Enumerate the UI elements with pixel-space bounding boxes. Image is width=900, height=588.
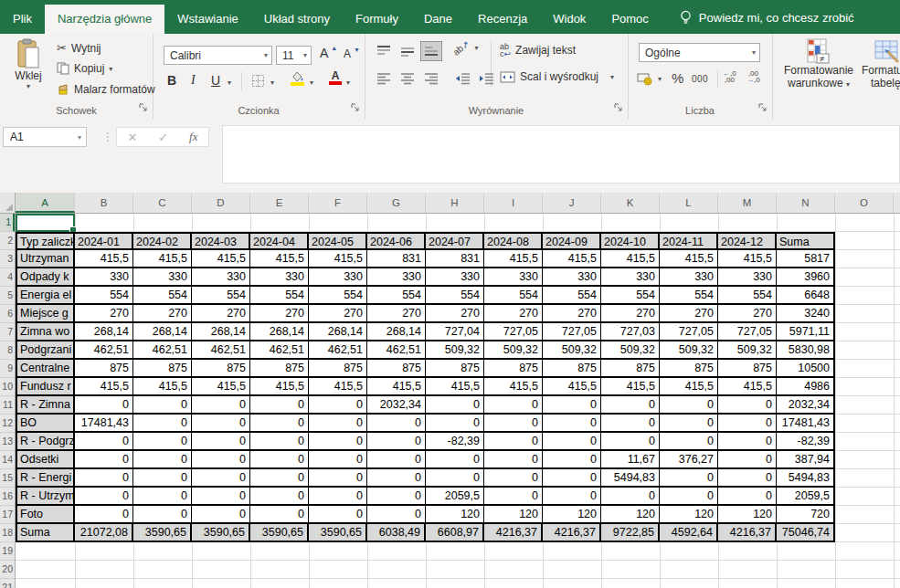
tab-wstawianie[interactable]: Wstawianie: [164, 5, 250, 34]
data-cell[interactable]: 0: [250, 451, 309, 469]
data-cell[interactable]: 0: [75, 433, 133, 451]
tab-dane[interactable]: Dane: [411, 5, 465, 34]
total-cell[interactable]: 4216,37: [484, 524, 543, 542]
header-cell[interactable]: 2024-11: [660, 232, 718, 250]
data-cell[interactable]: 0: [484, 415, 543, 433]
tab-plik[interactable]: Plik: [0, 5, 45, 34]
column-header-E[interactable]: E: [250, 193, 309, 213]
data-cell[interactable]: 415,5: [543, 378, 601, 396]
data-cell[interactable]: 0: [660, 433, 718, 451]
data-cell[interactable]: 0: [660, 415, 718, 433]
dialog-launcher-icon[interactable]: [758, 103, 768, 113]
data-cell[interactable]: 5817: [777, 250, 835, 268]
row-header-3[interactable]: 3: [0, 250, 15, 268]
insert-function-icon[interactable]: fx: [189, 130, 197, 144]
data-cell[interactable]: 0: [192, 451, 250, 469]
font-name-select[interactable]: Calibri ▾: [164, 46, 272, 65]
data-cell[interactable]: 0: [75, 451, 133, 469]
total-cell[interactable]: 21072,08: [75, 524, 133, 542]
row-header-12[interactable]: 12: [0, 415, 15, 433]
data-cell[interactable]: 462,51: [250, 341, 309, 360]
total-cell[interactable]: 6608,97: [426, 524, 484, 542]
formula-bar-resize-handle[interactable]: ⋮: [102, 131, 113, 143]
data-cell[interactable]: 0: [250, 415, 309, 433]
data-cell[interactable]: 415,5: [250, 250, 309, 268]
decrease-indent-button[interactable]: [452, 69, 472, 88]
data-cell[interactable]: 0: [426, 396, 484, 415]
data-cell[interactable]: 462,51: [133, 341, 192, 360]
column-header-N[interactable]: N: [777, 193, 835, 213]
data-cell[interactable]: 0: [601, 396, 660, 415]
data-cell[interactable]: 831: [367, 250, 426, 268]
align-top-button[interactable]: [374, 42, 394, 60]
data-cell[interactable]: 875: [250, 360, 309, 378]
data-cell[interactable]: 0: [250, 506, 309, 524]
header-cell[interactable]: 2024-10: [601, 232, 660, 250]
format-painter-button[interactable]: Malarz formatów: [57, 83, 155, 96]
increase-font-button[interactable]: A▲: [320, 46, 339, 60]
row-header-1[interactable]: 1: [0, 214, 15, 232]
row-header-9[interactable]: 9: [0, 360, 15, 378]
orientation-button[interactable]: ab↗ ▾: [452, 43, 479, 53]
data-cell[interactable]: 17481,43: [777, 415, 835, 433]
data-cell[interactable]: 554: [426, 287, 484, 305]
row-label-cell[interactable]: Utrzyman: [16, 250, 75, 268]
data-cell[interactable]: 0: [133, 469, 192, 488]
total-cell[interactable]: 4216,37: [543, 524, 601, 542]
data-cell[interactable]: 720: [777, 506, 835, 524]
data-cell[interactable]: 268,14: [250, 323, 309, 341]
percent-style-button[interactable]: %: [672, 70, 683, 86]
row-header-16[interactable]: 16: [0, 488, 15, 506]
data-cell[interactable]: 0: [543, 488, 601, 506]
data-cell[interactable]: 509,32: [660, 341, 718, 360]
column-header-A[interactable]: A: [16, 193, 75, 213]
data-cell[interactable]: 727,05: [718, 323, 777, 341]
italic-button[interactable]: I: [191, 73, 196, 88]
formula-input[interactable]: [222, 125, 900, 184]
header-cell[interactable]: 2024-04: [250, 232, 309, 250]
data-cell[interactable]: 0: [250, 469, 309, 488]
data-cell[interactable]: 0: [192, 396, 250, 415]
data-cell[interactable]: 415,5: [309, 250, 367, 268]
column-header-L[interactable]: L: [660, 193, 718, 213]
data-cell[interactable]: 0: [367, 433, 426, 451]
row-label-cell[interactable]: R - Energi: [16, 469, 75, 488]
data-cell[interactable]: 0: [309, 469, 367, 488]
row-label-cell[interactable]: R - Podgrz: [16, 433, 75, 451]
data-cell[interactable]: 415,5: [601, 378, 660, 396]
data-cell[interactable]: 509,32: [543, 341, 601, 360]
data-cell[interactable]: 554: [250, 287, 309, 305]
data-cell[interactable]: 0: [192, 488, 250, 506]
data-cell[interactable]: 0: [250, 488, 309, 506]
data-cell[interactable]: 462,51: [367, 341, 426, 360]
header-cell[interactable]: 2024-02: [133, 232, 192, 250]
merge-center-button[interactable]: Scal i wyśrodkuj ▾: [500, 70, 614, 83]
data-cell[interactable]: 330: [250, 268, 309, 287]
data-cell[interactable]: 875: [367, 360, 426, 378]
data-cell[interactable]: 875: [484, 360, 543, 378]
dialog-launcher-icon[interactable]: [351, 103, 361, 113]
data-cell[interactable]: 5830,98: [777, 341, 835, 360]
header-cell[interactable]: 2024-08: [484, 232, 543, 250]
column-header-M[interactable]: M: [718, 193, 777, 213]
data-cell[interactable]: 270: [309, 305, 367, 323]
currency-format-button[interactable]: ▾: [637, 72, 662, 86]
data-cell[interactable]: 376,27: [660, 451, 718, 469]
data-cell[interactable]: 6648: [777, 287, 835, 305]
data-cell[interactable]: 0: [192, 469, 250, 488]
data-cell[interactable]: 0: [484, 488, 543, 506]
header-cell[interactable]: 2024-03: [192, 232, 250, 250]
total-cell[interactable]: 75046,74: [777, 524, 835, 542]
total-cell[interactable]: 4216,37: [718, 524, 777, 542]
chevron-down-icon[interactable]: ▾: [228, 79, 231, 87]
data-cell[interactable]: 270: [601, 305, 660, 323]
data-cell[interactable]: 415,5: [367, 378, 426, 396]
column-header-I[interactable]: I: [484, 193, 543, 213]
data-cell[interactable]: 0: [133, 488, 192, 506]
data-cell[interactable]: 0: [192, 433, 250, 451]
font-color-button[interactable]: A: [329, 71, 342, 85]
row-header-19[interactable]: 19: [0, 542, 15, 561]
decrease-font-button[interactable]: A▼: [344, 47, 362, 60]
data-cell[interactable]: 0: [75, 488, 133, 506]
column-header-C[interactable]: C: [133, 193, 192, 213]
